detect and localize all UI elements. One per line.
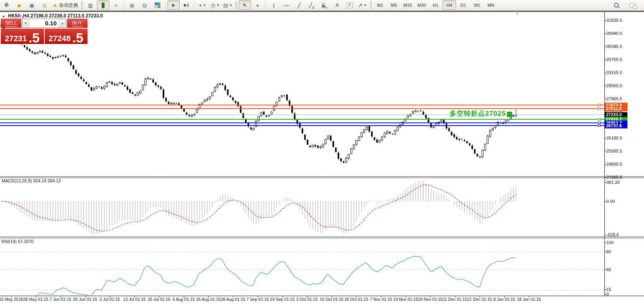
timeframe-M15[interactable]: M15 [401, 0, 414, 10]
chat-button[interactable] [626, 0, 638, 10]
ohlc-values: 27196.0 27236.0 27113.5 27233.0 [30, 13, 103, 19]
tile-windows-button[interactable] [151, 0, 163, 10]
toolbar-separator [194, 1, 195, 9]
sell-price-int: 27231 [5, 34, 27, 42]
macd-indicator-label: MACD(12,26,9) 324.19 284.12 [2, 178, 61, 183]
horizontal-line-tool[interactable]: — [280, 0, 293, 10]
toolbar-grip[interactable] [236, 2, 237, 9]
new-order-button[interactable]: 单 [0, 0, 13, 10]
collapse-triangle-icon[interactable]: ▲ [2, 14, 5, 18]
zoom-in-button[interactable]: ⊕ [126, 0, 138, 10]
remote-desktop-icon[interactable]: ▣ [26, 0, 38, 10]
text-label-icon: T [347, 2, 353, 8]
search-icon [614, 3, 619, 8]
vertical-line-icon: | [273, 3, 274, 8]
arrows-tool[interactable]: ↗▼ [356, 0, 369, 10]
text-label-tool[interactable]: T [344, 0, 356, 10]
timeframe-H4[interactable]: H4 [443, 0, 456, 10]
scroll-to-end-marker[interactable]: ▼ [516, 12, 519, 15]
equidistant-channel-tool[interactable]: ╱E [306, 0, 318, 10]
new-chart-icon: + [199, 3, 202, 8]
sell-button[interactable]: SELL [1, 19, 21, 28]
toolbar-grip[interactable] [81, 2, 83, 9]
line-chart-button[interactable]: ≈ [110, 0, 122, 10]
chart-ohlc-header: ▲ HK50-,H4 27196.0 27236.0 27113.5 27233… [2, 13, 103, 19]
dropdown-arrow-icon: ▼ [203, 4, 206, 7]
cursor-icon: ↖ [243, 3, 247, 8]
bar-chart-button[interactable]: ▥ [84, 0, 97, 10]
remote-desktop-glyph: ▣ [29, 3, 34, 8]
sell-label: SELL [4, 20, 17, 27]
vertical-line-tool[interactable]: | [268, 0, 280, 10]
pivot-annotation-text[interactable]: 多空转折点27025 [450, 109, 506, 118]
fibonacci-tool[interactable]: ▦F [318, 0, 331, 10]
signal-glyph: ◎ [42, 3, 47, 8]
toolbar-separator [165, 1, 166, 9]
sell-price-frac: .5 [28, 33, 40, 43]
gold-ingot-glyph: ◆ [17, 3, 21, 8]
dropdown-arrow-icon: ▼ [217, 4, 220, 7]
clock-icon: ◷ [211, 3, 215, 8]
timeframe-M1[interactable]: M1 [373, 0, 387, 10]
buy-price-display[interactable]: 27248 .5 [45, 29, 88, 44]
chart-shift-button[interactable]: ▶ [180, 0, 192, 10]
timeframe-MN[interactable]: MN [484, 0, 498, 10]
timeframe-W1[interactable]: W1 [470, 0, 484, 10]
sell-price-display[interactable]: 27231 .5 [1, 29, 44, 44]
volume-input[interactable] [29, 19, 59, 27]
auto-scroll-icon: ▶ [172, 3, 175, 7]
timeframe-M30[interactable]: M30 [415, 0, 428, 10]
search-button[interactable] [610, 0, 622, 10]
zoom-in-icon: ⊕ [129, 2, 135, 8]
volume-decrease-button[interactable]: ▼ [23, 19, 29, 27]
trendline-tool[interactable]: ╱ [293, 0, 305, 10]
signal-service-icon[interactable]: ◎ [38, 0, 51, 10]
buy-price-int: 27248 [49, 34, 71, 42]
buy-price-frac: .5 [72, 33, 83, 43]
volume-increase-button[interactable]: ▲ [59, 19, 66, 27]
chart-shift-icon: ▶ [184, 3, 189, 7]
chart-canvas[interactable] [0, 0, 644, 304]
toolbar-separator [265, 1, 266, 9]
fibonacci-icon: ▦ [322, 3, 325, 8]
tile-windows-icon [155, 2, 160, 8]
new-chart-button[interactable]: +▼ [196, 0, 209, 10]
zoom-out-icon: ⊖ [142, 2, 147, 8]
gold-ingot-icon[interactable]: ◆ [13, 0, 25, 10]
one-click-trading-panel: SELL ▼ ▲ BUY 27231 .5 27248 .5 [1, 19, 87, 44]
main-toolbar: 单 ◆ ▣ ◎ 自动交易 ▥ ≈ ⊕ ⊖ ▶ ▶ +▼ ◷▼ ▤▼ ↖ + | … [0, 0, 644, 11]
candlestick-chart-button[interactable] [97, 0, 109, 10]
fibonacci-f-subscript: F [325, 6, 327, 10]
auto-scroll-button[interactable]: ▶ [167, 0, 180, 10]
channel-e-subscript: E [312, 6, 314, 10]
symbol-period-label: HK50-,H4 [8, 13, 29, 19]
toolbar-grip[interactable] [370, 2, 372, 9]
timeframe-H1[interactable]: H1 [429, 0, 442, 10]
buy-label: BUY [72, 20, 83, 27]
timeframe-M5[interactable]: M5 [387, 0, 401, 10]
timeframe-D1[interactable]: D1 [456, 0, 470, 10]
channel-icon: ╱ [309, 3, 312, 8]
autotrade-stop-dot [56, 5, 59, 8]
volume-stepper: ▼ ▲ [22, 19, 66, 28]
line-chart-icon: ≈ [114, 3, 117, 8]
autotrade-button[interactable]: 自动交易 [51, 0, 80, 10]
crosshair-icon: + [256, 2, 259, 8]
text-tool[interactable]: A [331, 0, 343, 10]
bar-chart-icon: ▥ [88, 3, 93, 8]
toolbar-separator [123, 1, 124, 9]
arrows-icon: ↗ [358, 3, 363, 8]
dropdown-arrow-icon: ▼ [364, 4, 367, 7]
green-entry-marker[interactable] [507, 112, 512, 117]
zoom-out-button[interactable]: ⊖ [139, 0, 151, 10]
period-clock-button[interactable]: ◷▼ [209, 0, 221, 10]
templates-button[interactable]: ▤▼ [222, 0, 234, 10]
template-chart-icon: ▤ [223, 3, 228, 8]
crosshair-tool-button[interactable]: + [251, 0, 264, 10]
buy-button[interactable]: BUY [67, 19, 87, 28]
autotrade-label: 自动交易 [59, 2, 78, 9]
chat-icon [629, 3, 635, 8]
horizontal-line-icon: — [284, 3, 289, 8]
autotrade-hat-icon [53, 4, 57, 7]
cursor-tool-button[interactable]: ↖ [239, 0, 251, 10]
